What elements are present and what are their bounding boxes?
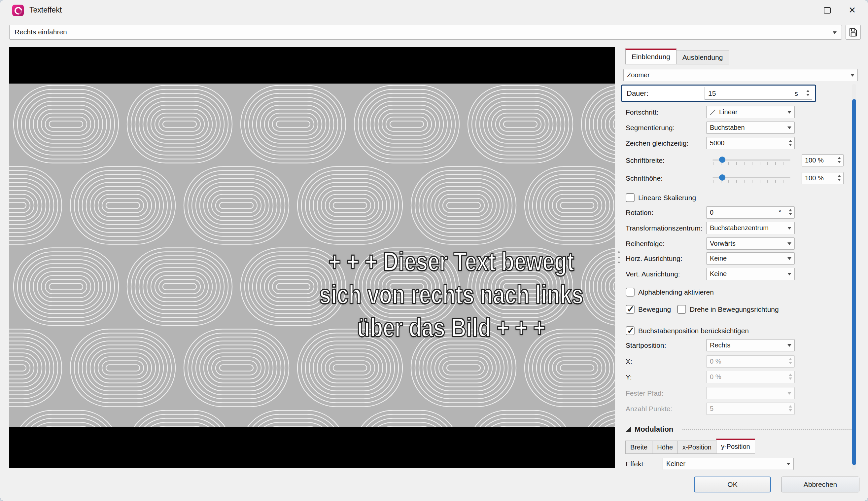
save-preset-button[interactable] — [846, 25, 861, 40]
schriftbreite-spinner[interactable] — [838, 157, 841, 163]
anzahl-punkte-spinfield-disabled: 5 — [706, 403, 795, 415]
tab-y-position[interactable]: y-Position — [716, 439, 755, 454]
transformationszentrum-label: Transformationszentrum: — [626, 222, 703, 234]
row-reihenfolge: Reihenfolge: Vorwärts — [623, 237, 860, 250]
modulation-section-header: Modulation — [623, 424, 860, 435]
panel-scrollbar-track[interactable] — [852, 84, 856, 470]
maximize-icon — [824, 7, 831, 13]
x-spinner — [789, 358, 792, 364]
modulation-effekt-dropdown[interactable]: Keiner — [663, 458, 794, 470]
row-zeichen-gleichzeitig: Zeichen gleichzeitig: 5000 — [623, 137, 860, 149]
chevron-down-icon — [850, 74, 855, 77]
segmentierung-dropdown[interactable]: Buchstaben — [706, 121, 795, 134]
schrifthoehe-value: 100 % — [805, 174, 824, 182]
settings-panel: Einblendung Ausblendung Zoomer Dauer: 15… — [623, 47, 860, 472]
chevron-down-icon — [788, 273, 791, 275]
modulation-collapse-icon[interactable] — [626, 426, 631, 432]
bewegung-checkbox[interactable] — [626, 305, 634, 314]
lineare-skalierung-checkbox[interactable] — [626, 193, 634, 202]
row-startposition: Startposition: Rechts — [623, 339, 860, 351]
splitter-handle[interactable] — [617, 251, 620, 263]
vert-ausrichtung-dropdown[interactable]: Keine — [706, 268, 795, 280]
rotation-spinner[interactable] — [789, 209, 792, 215]
effekt-value: Keiner — [666, 460, 685, 467]
rotation-unit: ° — [779, 207, 781, 218]
einblendung-effect-dropdown[interactable]: Zoomer — [623, 69, 858, 81]
close-button[interactable]: ✕ — [841, 0, 863, 20]
row-segmentierung: Segmentierung: Buchstaben — [623, 121, 860, 134]
alphablending-checkbox[interactable] — [626, 288, 634, 297]
panel-scrollbar-thumb[interactable] — [852, 99, 856, 465]
schrifthoehe-spinner[interactable] — [838, 175, 841, 181]
schriftbreite-label: Schriftbreite: — [626, 154, 665, 167]
fade-tabs: Einblendung Ausblendung — [625, 49, 729, 64]
effekt-label: Effekt: — [626, 458, 645, 470]
anzahl-punkte-value: 5 — [710, 405, 714, 412]
reihenfolge-dropdown[interactable]: Vorwärts — [706, 237, 795, 250]
y-spinner — [789, 374, 792, 380]
text-line-1: + + + Dieser Text bewegt — [319, 245, 583, 278]
dauer-unit: s — [795, 87, 798, 99]
chevron-down-icon — [786, 463, 790, 465]
fester-pfad-label: Fester Pfad: — [626, 387, 663, 399]
row-vert-ausrichtung: Vert. Ausrichtung: Keine — [623, 268, 860, 280]
tab-einblendung[interactable]: Einblendung — [625, 49, 676, 64]
x-label: X: — [626, 355, 632, 367]
tab-breite[interactable]: Breite — [625, 440, 652, 454]
startposition-label: Startposition: — [626, 339, 666, 351]
schriftbreite-slider[interactable] — [712, 155, 791, 166]
row-buchstabenposition: Buchstabenposition berücksichtigen — [623, 324, 860, 337]
chevron-down-icon — [788, 111, 791, 114]
schriftbreite-value: 100 % — [805, 157, 824, 164]
ok-button[interactable]: OK — [694, 477, 771, 492]
reihenfolge-label: Reihenfolge: — [626, 237, 665, 250]
chevron-down-icon — [788, 257, 791, 260]
slider-handle[interactable] — [719, 174, 725, 181]
rotation-spinfield[interactable]: 0 ° — [706, 206, 795, 218]
preset-combobox[interactable]: Rechts einfahren — [9, 25, 842, 40]
dauer-spinner[interactable] — [806, 90, 810, 96]
slider-handle[interactable] — [719, 157, 725, 163]
vert-ausrichtung-label: Vert. Ausrichtung: — [626, 268, 680, 280]
buchstabenposition-checkbox[interactable] — [626, 326, 634, 335]
buchstabenposition-label: Buchstabenposition berücksichtigen — [638, 324, 749, 337]
anzahl-punkte-spinner — [789, 405, 792, 412]
fortschritt-dropdown[interactable]: Linear — [706, 106, 795, 118]
tab-ausblendung[interactable]: Ausblendung — [676, 51, 729, 64]
row-lineare-skalierung: Lineare Skalierung — [623, 192, 860, 204]
zeichen-spinfield[interactable]: 5000 — [706, 137, 795, 149]
row-modulation-effekt: Effekt: Keiner — [623, 458, 860, 470]
schrifthoehe-slider[interactable] — [712, 173, 791, 184]
chevron-down-icon — [788, 242, 791, 245]
dauer-input[interactable]: 15 s — [705, 87, 812, 100]
text-line-2: sich von rechts nach links — [319, 278, 583, 311]
modulation-tabs: Breite Höhe x-Position y-Position — [625, 439, 755, 454]
preview-canvas[interactable]: + + + Dieser Text bewegt sich von rechts… — [9, 47, 615, 468]
horz-ausrichtung-dropdown[interactable]: Keine — [706, 252, 795, 265]
drehe-checkbox[interactable] — [677, 305, 686, 314]
text-line-3: über das Bild + + + — [319, 311, 583, 344]
segmentierung-value: Buchstaben — [710, 124, 745, 131]
dauer-label: Dauer: — [627, 86, 649, 101]
drehe-label: Drehe in Bewegungsrichtung — [690, 303, 779, 316]
row-transformationszentrum: Transformationszentrum: Buchstabenzentru… — [623, 222, 860, 234]
chevron-down-icon — [788, 344, 791, 347]
y-spinfield-disabled: 0 % — [706, 371, 795, 383]
lineare-skalierung-label: Lineare Skalierung — [638, 192, 696, 204]
row-anzahl-punkte: Anzahl Punkte: 5 — [623, 403, 860, 415]
zeichen-spinner[interactable] — [789, 140, 792, 146]
cancel-button[interactable]: Abbrechen — [781, 477, 859, 492]
tab-x-position[interactable]: x-Position — [677, 440, 716, 454]
maximize-button[interactable] — [816, 0, 838, 20]
tab-hoehe[interactable]: Höhe — [652, 440, 678, 454]
schriftbreite-spinfield[interactable]: 100 % — [802, 154, 844, 167]
slider-ticks — [713, 162, 790, 165]
chevron-down-icon — [833, 31, 837, 34]
segmentierung-label: Segmentierung: — [626, 121, 674, 134]
transformationszentrum-dropdown[interactable]: Buchstabenzentrum — [706, 222, 795, 234]
schrifthoehe-spinfield[interactable]: 100 % — [802, 172, 844, 184]
y-value: 0 % — [710, 373, 721, 381]
startposition-dropdown[interactable]: Rechts — [706, 339, 795, 351]
chevron-down-icon — [788, 392, 791, 395]
rotation-label: Rotation: — [626, 206, 653, 218]
